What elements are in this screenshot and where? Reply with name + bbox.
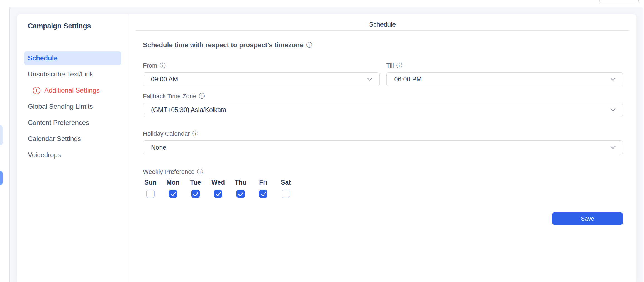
from-label: From ⓘ — [143, 62, 380, 69]
fallback-timezone-value: (GMT+05:30) Asia/Kolkata — [151, 106, 226, 114]
till-label: Till ⓘ — [386, 62, 623, 69]
section-heading-text: Schedule time with respect to prospect's… — [143, 41, 304, 49]
from-select-value: 09:00 AM — [151, 76, 178, 83]
day-checkbox-fri[interactable] — [259, 190, 267, 198]
day-tue: Tue — [188, 179, 203, 198]
info-icon[interactable]: ⓘ — [192, 131, 199, 137]
sidebar-item-voicedrops[interactable]: Voicedrops — [24, 148, 121, 162]
sidebar-title: Campaign Settings — [28, 21, 128, 31]
top-bar — [0, 0, 644, 7]
sidebar-item-label: Content Preferences — [28, 119, 89, 127]
save-row: Save — [143, 212, 623, 225]
till-field: Till ⓘ 06:00 PM — [386, 62, 623, 86]
day-checkbox-tue[interactable] — [191, 190, 200, 198]
chevron-down-icon — [610, 76, 615, 81]
content-header: Schedule — [135, 14, 630, 31]
weekly-preference-label: Weekly Preference ⓘ — [143, 168, 623, 175]
section-heading: Schedule time with respect to prospect's… — [143, 41, 623, 49]
day-checkbox-wed[interactable] — [214, 190, 222, 198]
left-nav-rail — [0, 7, 10, 282]
sidebar-item-label: Unsubscribe Text/Link — [28, 70, 93, 78]
day-label: Fri — [259, 179, 267, 186]
nav-pill-fragment-light[interactable] — [0, 125, 3, 145]
info-icon[interactable]: ⓘ — [396, 63, 402, 69]
day-checkbox-sun[interactable] — [146, 190, 155, 198]
chevron-down-icon — [610, 106, 615, 111]
weekly-days-row: Sun Mon Tue Wed — [143, 179, 623, 198]
page-title: Schedule — [369, 21, 396, 28]
sidebar-item-calendar-settings[interactable]: Calendar Settings — [24, 132, 121, 145]
sidebar-item-label: Global Sending Limits — [28, 103, 93, 110]
info-icon[interactable]: ⓘ — [197, 169, 203, 175]
holiday-calendar-select[interactable]: None — [143, 140, 623, 154]
holiday-calendar-value: None — [151, 144, 166, 151]
day-label: Thu — [235, 179, 247, 186]
day-fri: Fri — [256, 179, 271, 198]
sidebar-item-global-sending-limits[interactable]: Global Sending Limits — [24, 100, 121, 113]
till-select-value: 06:00 PM — [394, 76, 422, 83]
sidebar-item-unsubscribe-text-link[interactable]: Unsubscribe Text/Link — [24, 68, 121, 81]
sidebar-item-label: Additional Settings — [44, 86, 100, 94]
from-field: From ⓘ 09:00 AM — [143, 62, 380, 86]
schedule-settings-content: Schedule Schedule time with respect to p… — [128, 14, 636, 282]
day-label: Mon — [166, 179, 179, 186]
partial-toolbar-button[interactable] — [599, 0, 639, 3]
day-label: Sat — [281, 179, 291, 186]
sidebar-item-additional-settings[interactable]: ! Additional Settings — [24, 84, 121, 97]
day-label: Tue — [190, 179, 201, 186]
holiday-calendar-field: Holiday Calendar ⓘ None — [143, 130, 623, 154]
till-select[interactable]: 06:00 PM — [386, 72, 623, 86]
sidebar-list: Schedule Unsubscribe Text/Link ! Additio… — [17, 51, 128, 162]
sidebar-item-label: Calendar Settings — [28, 135, 81, 143]
weekly-preference-field: Weekly Preference ⓘ Sun Mon Tue — [143, 168, 623, 198]
content-body: Schedule time with respect to prospect's… — [128, 31, 636, 225]
info-icon[interactable]: ⓘ — [306, 42, 313, 48]
exclamation-circle-icon: ! — [33, 87, 40, 94]
sidebar-item-label: Schedule — [28, 54, 58, 62]
day-mon: Mon — [165, 179, 180, 198]
sidebar-item-label: Voicedrops — [28, 151, 61, 159]
chevron-down-icon — [367, 76, 372, 81]
day-wed: Wed — [211, 179, 226, 198]
fallback-timezone-field: Fallback Time Zone ⓘ (GMT+05:30) Asia/Ko… — [143, 93, 623, 117]
day-label: Wed — [211, 179, 225, 186]
sidebar-item-content-preferences[interactable]: Content Preferences — [24, 116, 121, 129]
nav-pill-fragment-blue[interactable] — [0, 171, 3, 185]
save-button[interactable]: Save — [552, 212, 623, 225]
day-thu: Thu — [233, 179, 248, 198]
day-checkbox-sat[interactable] — [282, 190, 290, 198]
fallback-timezone-select[interactable]: (GMT+05:30) Asia/Kolkata — [143, 103, 623, 117]
day-checkbox-mon[interactable] — [169, 190, 177, 198]
info-icon[interactable]: ⓘ — [160, 63, 166, 69]
fallback-timezone-label: Fallback Time Zone ⓘ — [143, 93, 623, 100]
info-icon[interactable]: ⓘ — [199, 93, 205, 99]
day-label: Sun — [144, 179, 156, 186]
holiday-calendar-label: Holiday Calendar ⓘ — [143, 130, 623, 137]
day-sat: Sat — [278, 179, 293, 198]
chevron-down-icon — [610, 144, 615, 149]
settings-sidebar: Campaign Settings Schedule Unsubscribe T… — [17, 14, 128, 282]
from-select[interactable]: 09:00 AM — [143, 72, 380, 86]
day-checkbox-thu[interactable] — [236, 190, 245, 198]
day-sun: Sun — [143, 179, 158, 198]
campaign-settings-panel: Campaign Settings Schedule Unsubscribe T… — [17, 14, 636, 282]
sidebar-item-schedule[interactable]: Schedule — [24, 51, 121, 65]
